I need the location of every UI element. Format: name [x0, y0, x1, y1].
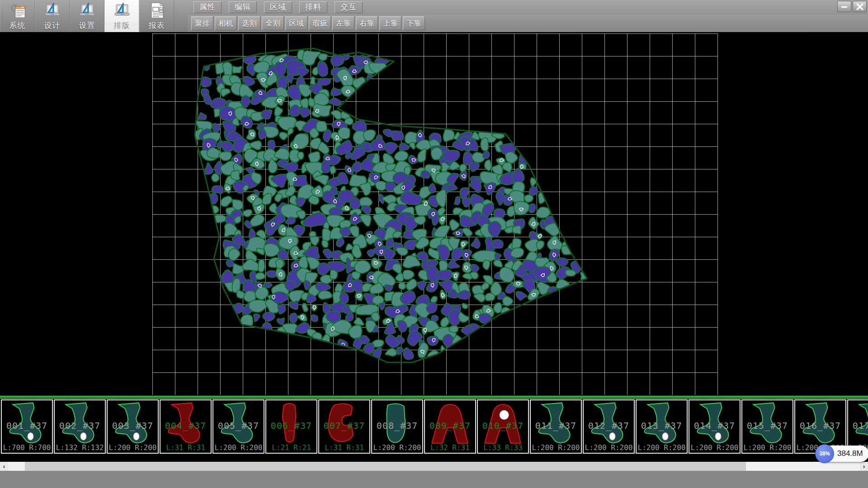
layout-icon [113, 1, 131, 19]
piece-lr-count: L:200 R:200 [637, 443, 687, 452]
piece-name: 017_#37 [848, 420, 868, 431]
piece-name: 009_#37 [425, 420, 475, 431]
action-button-bar: 聚排相机选割全割区域瑕疵左靠右靠上靠下靠 [191, 16, 426, 31]
app-button-design[interactable]: 设计 [35, 0, 70, 32]
report-icon [148, 1, 166, 19]
piece-name: 002_#37 [55, 420, 105, 431]
app-button-label: 排版 [114, 20, 130, 31]
action-button[interactable]: 右靠 [356, 16, 378, 30]
piece-name: 014_#37 [689, 420, 740, 431]
piece-thumbnail[interactable]: 014_#37L:200 R:200 [689, 399, 741, 454]
piece-lr-count: L:200 R:200 [584, 443, 634, 452]
app-button-label: 设置 [79, 20, 95, 31]
menu-tab[interactable]: 区域 [264, 1, 292, 13]
piece-lr-count: L:33 R:33 [478, 443, 528, 452]
menu-tab[interactable]: 编辑 [229, 1, 257, 13]
menu-tab[interactable]: 属性 [193, 1, 222, 13]
piece-thumbnail[interactable]: 009_#37L:32 R:31 [424, 399, 476, 454]
app-button-report[interactable]: 报表 [139, 0, 174, 32]
action-button[interactable]: 左靠 [332, 16, 354, 30]
pieces-strip: 001_#37L:700 R:700002_#37L:132 R:132003_… [0, 395, 868, 456]
piece-name: 004_#37 [160, 420, 211, 431]
status-bar [0, 471, 868, 488]
piece-lr-count: L:132 R:132 [55, 443, 105, 452]
piece-thumbnail[interactable]: 004_#37L:31 R:31 [160, 399, 212, 454]
piece-thumbnail[interactable]: 015_#37L:200 R:200 [741, 399, 793, 454]
minimize-icon [841, 4, 848, 9]
piece-thumbnail[interactable]: 003_#37L:200 R:200 [107, 399, 159, 454]
app-button-system[interactable]: 系统 [0, 0, 35, 32]
piece-name: 011_#37 [531, 420, 581, 431]
progress-value: 38% [819, 450, 830, 457]
piece-lr-count: L:32 R:31 [425, 443, 475, 452]
piece-name: 012_#37 [584, 420, 634, 431]
action-button[interactable]: 下靠 [403, 16, 425, 30]
action-button[interactable]: 选割 [238, 16, 260, 30]
piece-name: 005_#37 [213, 420, 264, 431]
piece-thumbnail[interactable]: 012_#37L:200 R:200 [583, 399, 635, 454]
action-button[interactable]: 聚排 [191, 16, 213, 30]
settings-icon [78, 1, 96, 19]
app-button-settings[interactable]: 设置 [70, 0, 104, 32]
action-button[interactable]: 全割 [262, 16, 284, 30]
piece-lr-count: L:200 R:200 [213, 443, 264, 452]
memory-value: 384.8M [837, 449, 863, 458]
piece-lr-count: L:700 R:700 [2, 443, 52, 452]
piece-lr-count: L:31 R:31 [160, 443, 211, 452]
app-button-label: 系统 [9, 20, 26, 31]
menu-tab[interactable]: 排料 [299, 1, 327, 13]
piece-thumbnail[interactable]: 013_#37L:200 R:200 [636, 399, 688, 454]
piece-thumbnail-list: 001_#37L:700 R:700002_#37L:132 R:132003_… [0, 399, 868, 455]
piece-lr-count: L:200 R:200 [742, 443, 793, 452]
minimize-button[interactable] [837, 1, 851, 12]
piece-lr-count: L:200 R:200 [689, 443, 740, 452]
nesting-canvas[interactable] [0, 32, 868, 395]
piece-name: 016_#37 [795, 420, 845, 431]
piece-thumbnail[interactable]: 002_#37L:132 R:132 [54, 399, 106, 454]
piece-thumbnail[interactable]: 011_#37L:200 R:200 [530, 399, 582, 454]
horizontal-scrollbar[interactable]: ‹ › [0, 462, 868, 471]
progress-circle: 38% [815, 444, 834, 463]
application-window: 系统设计设置排版报表 属性编辑区域排料交互 聚排相机选割全割区域瑕疵左靠右靠上靠… [0, 0, 868, 488]
piece-lr-count: L:21 R:21 [266, 443, 316, 452]
menu-tab-bar: 属性编辑区域排料交互 [193, 1, 370, 14]
app-launcher-bar: 系统设计设置排版报表 [0, 0, 174, 32]
piece-thumbnail[interactable]: 001_#37L:700 R:700 [1, 399, 53, 454]
close-button[interactable] [853, 1, 867, 12]
app-button-label: 设计 [44, 20, 61, 31]
scrollbar-thumb[interactable] [25, 462, 746, 471]
window-controls [837, 1, 867, 12]
piece-thumbnail[interactable]: 007_#37L:31 R:31 [318, 399, 370, 454]
piece-name: 015_#37 [742, 420, 793, 431]
action-button[interactable]: 区域 [285, 16, 307, 30]
toolbar: 系统设计设置排版报表 属性编辑区域排料交互 聚排相机选割全割区域瑕疵左靠右靠上靠… [0, 0, 868, 32]
piece-thumbnail[interactable]: 008_#37L:200 R:200 [371, 399, 423, 454]
app-button-label: 报表 [149, 20, 165, 31]
menu-tab[interactable]: 交互 [335, 1, 363, 13]
piece-name: 001_#37 [2, 420, 52, 431]
action-button[interactable]: 上靠 [379, 16, 401, 30]
piece-thumbnail[interactable]: 005_#37L:200 R:200 [212, 399, 264, 454]
system-icon [9, 1, 27, 19]
piece-name: 010_#37 [478, 420, 528, 431]
scroll-right-button[interactable]: › [860, 462, 868, 471]
piece-name: 008_#37 [372, 420, 422, 431]
piece-name: 007_#37 [319, 420, 369, 431]
strip-divider-lines [0, 395, 868, 399]
action-button[interactable]: 瑕疵 [309, 16, 331, 30]
piece-lr-count: L:200 R:200 [531, 443, 581, 452]
piece-lr-count: L:31 R:31 [319, 443, 369, 452]
scroll-left-button[interactable]: ‹ [0, 462, 8, 471]
design-icon [43, 1, 61, 19]
piece-name: 003_#37 [108, 420, 158, 431]
action-button[interactable]: 相机 [215, 16, 237, 30]
memory-badge[interactable]: 38% 384.8M [816, 446, 868, 462]
piece-lr-count: L:200 R:200 [108, 443, 158, 452]
piece-name: 013_#37 [637, 420, 687, 431]
piece-thumbnail[interactable]: 006_#37L:21 R:21 [265, 399, 317, 454]
piece-thumbnail[interactable]: 010_#37L:33 R:33 [477, 399, 529, 454]
app-button-layout[interactable]: 排版 [104, 0, 139, 32]
close-icon [856, 4, 863, 10]
piece-name: 006_#37 [266, 420, 316, 431]
piece-lr-count: L:200 R:200 [372, 443, 422, 452]
